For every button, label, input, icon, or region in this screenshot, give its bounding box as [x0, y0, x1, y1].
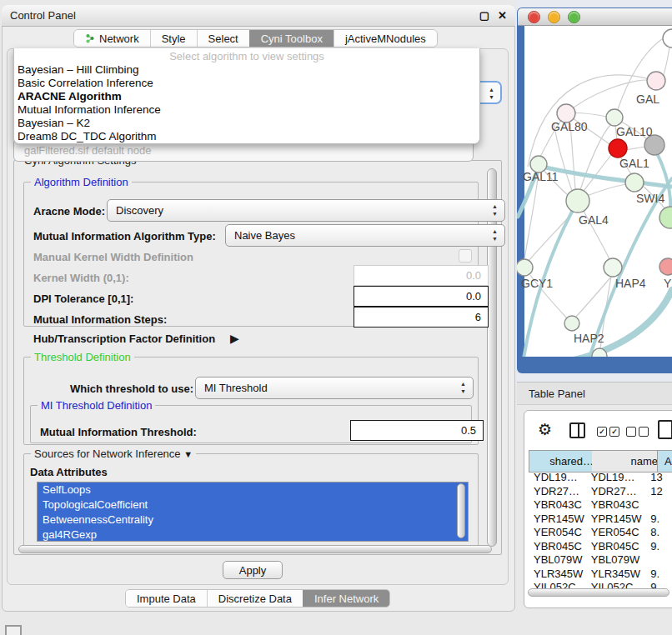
- algorithm-option-aracne-algorithm[interactable]: ARACNE Algorithm: [14, 90, 479, 103]
- close-traffic-light-icon[interactable]: [528, 11, 540, 23]
- network-node-gal10[interactable]: [606, 109, 623, 126]
- network-node-hap4[interactable]: [604, 258, 622, 277]
- tab-select[interactable]: Select: [197, 30, 249, 47]
- algorithm-option-bayesian-k2[interactable]: Bayesian – K2: [14, 117, 479, 130]
- mi-type-combo[interactable]: Naive Bayes ▲▼: [225, 224, 505, 247]
- close-icon[interactable]: ✕: [498, 9, 507, 22]
- bottom-tab-discretize-data[interactable]: Discretize Data: [207, 590, 303, 607]
- network-node-swi4[interactable]: [625, 173, 644, 192]
- tab-cyni-toolbox[interactable]: Cyni Toolbox: [249, 30, 333, 47]
- network-node-y[interactable]: [659, 258, 672, 275]
- bottom-tab-impute-data[interactable]: Impute Data: [126, 590, 207, 607]
- control-panel-title: Control Panel: [10, 9, 471, 22]
- checked-columns-icon[interactable]: ✓ ✓: [597, 427, 619, 437]
- table-header-name[interactable]: name: [592, 450, 665, 472]
- data-attributes-list[interactable]: SelfLoopsTopologicalCoefficientBetweenne…: [37, 482, 469, 542]
- table-row[interactable]: YBR043CYBR043C: [529, 498, 672, 512]
- table-row[interactable]: YDL19…YDL19…13: [529, 471, 672, 485]
- cell-value: 9.: [645, 512, 672, 527]
- checked-box-icon: ✓: [609, 427, 619, 437]
- table-rows: YDL19…YDL19…13YDR27…YDR27…12YBR043CYBR04…: [529, 471, 672, 589]
- table-row[interactable]: YDR27…YDR27…12: [529, 485, 672, 499]
- mi-threshold-value: 0.5: [461, 424, 476, 437]
- tab-network[interactable]: Network: [74, 30, 150, 47]
- network-node-gcy1[interactable]: [517, 259, 533, 276]
- attribute-item-gal4rgexp[interactable]: gal4RGexp: [38, 528, 468, 542]
- table-horizontal-scrollbar[interactable]: [528, 588, 669, 597]
- node-label-hap2: HAP2: [574, 332, 604, 345]
- table-row[interactable]: YBR045CYBR045C9.: [529, 540, 672, 554]
- algorithm-option-dream8-dc-tdc-algorithm[interactable]: Dream8 DC_TDC Algorithm: [14, 130, 479, 143]
- collapsed-panel-icon[interactable]: [5, 625, 22, 635]
- apply-button[interactable]: Apply: [223, 561, 283, 579]
- table-header-third[interactable]: A: [657, 450, 672, 472]
- cell-name: YDR27…: [588, 485, 646, 499]
- table-row[interactable]: YPR145WYPR145W9.: [529, 512, 672, 527]
- network-canvas[interactable]: GALGAL80GAL10GAL1GAL11SWI4GAL4GCY1HAP4YH…: [517, 26, 672, 357]
- aracne-mode-combo[interactable]: Discovery ▲▼: [107, 199, 505, 222]
- kernel-width-input[interactable]: 0.0: [354, 265, 489, 286]
- gear-icon[interactable]: ⚙: [538, 421, 552, 439]
- cell-name: YLR345W: [588, 568, 646, 582]
- bottom-tab-infer-network[interactable]: Infer Network: [303, 590, 389, 607]
- attribute-item-selfloops[interactable]: SelfLoops: [38, 482, 468, 498]
- tab-label: Style: [162, 32, 186, 45]
- split-columns-icon[interactable]: [569, 422, 585, 438]
- mi-steps-input[interactable]: 6: [354, 307, 489, 328]
- cell-value: [645, 553, 672, 568]
- mi-steps-label: Mutual Information Steps:: [33, 313, 167, 326]
- network-node-gal4[interactable]: [566, 189, 589, 212]
- which-threshold-value: MI Threshold: [204, 382, 268, 394]
- attribute-item-topologicalcoefficient[interactable]: TopologicalCoefficient: [38, 498, 468, 512]
- cell-value: [645, 498, 672, 512]
- network-collection-combo-value: galFiltered.sif default node: [24, 144, 151, 157]
- minimize-traffic-light-icon[interactable]: [548, 11, 560, 23]
- cell-value: 12: [645, 485, 672, 499]
- tab-label: Network: [99, 32, 139, 45]
- kernel-width-label: Kernel Width (0,1):: [33, 272, 129, 284]
- network-window-titlebar[interactable]: [518, 8, 672, 26]
- tab-label: Cyni Toolbox: [261, 32, 323, 45]
- bottom-tabbar: Impute DataDiscretize DataInfer Network: [125, 589, 390, 608]
- tab-style[interactable]: Style: [150, 30, 197, 47]
- algorithm-option-basic-correlation-inference[interactable]: Basic Correlation Inference: [14, 77, 479, 90]
- cell-shared-name: YLR345W: [529, 568, 588, 582]
- cell-shared-name: YPR145W: [529, 512, 588, 527]
- unchecked-box-icon: [639, 427, 649, 437]
- network-node-gal[interactable]: [647, 72, 665, 90]
- float-window-icon[interactable]: ▢: [479, 9, 489, 22]
- zoom-traffic-light-icon[interactable]: [568, 11, 580, 23]
- table-row[interactable]: YER054CYER054C8.: [529, 526, 672, 540]
- mi-threshold-input[interactable]: 0.5: [350, 420, 484, 441]
- node-label-gal4: GAL4: [579, 213, 609, 227]
- aracne-mode-value: Discovery: [116, 204, 163, 217]
- attributes-list-scrollbar[interactable]: [457, 483, 465, 538]
- combo-stepper-icon: ▲▼: [460, 380, 466, 395]
- attribute-item-betweennesscentrality[interactable]: BetweennessCentrality: [38, 512, 468, 528]
- document-icon[interactable]: [658, 420, 672, 439]
- table-panel-titlebar: Table Panel: [517, 382, 672, 405]
- hub-definition-label: Hub/Transcription Factor Definition: [33, 332, 215, 345]
- algorithm-option-mutual-information-inference[interactable]: Mutual Information Inference: [14, 103, 479, 117]
- network-node-gal1[interactable]: [609, 139, 627, 158]
- network-node-hap2[interactable]: [564, 316, 579, 331]
- expand-arrow-icon[interactable]: ▼: [183, 449, 193, 459]
- aracne-mode-label: Aracne Mode:: [33, 205, 105, 218]
- settings-horizontal-scrollbar[interactable]: [18, 545, 492, 553]
- algorithm-option-bayesian-hill-climbing[interactable]: Bayesian – Hill Climbing: [14, 63, 479, 77]
- dpi-tolerance-input[interactable]: 0.0: [354, 286, 489, 307]
- table-row[interactable]: YLR345WYLR345W9.: [529, 568, 672, 582]
- cell-value: 9.: [645, 540, 672, 554]
- manual-kernel-checkbox[interactable]: [459, 249, 472, 262]
- tab-jactivemnodules[interactable]: jActiveMNodules: [333, 30, 437, 47]
- unchecked-columns-icon[interactable]: [626, 427, 649, 437]
- cell-shared-name: YBL079W: [529, 553, 588, 568]
- table-row[interactable]: YBL079WYBL079W: [529, 553, 672, 568]
- collapse-arrow-icon[interactable]: ▶: [230, 332, 239, 345]
- kernel-width-value: 0.0: [466, 269, 481, 282]
- cell-value: 9.: [645, 568, 672, 582]
- table-header-shared-name[interactable]: shared…: [529, 450, 601, 472]
- which-threshold-combo[interactable]: MI Threshold ▲▼: [195, 377, 474, 399]
- dpi-tolerance-label: DPI Tolerance [0,1]:: [33, 292, 133, 305]
- sources-group-title: Sources for Network Inference ▼: [31, 448, 196, 460]
